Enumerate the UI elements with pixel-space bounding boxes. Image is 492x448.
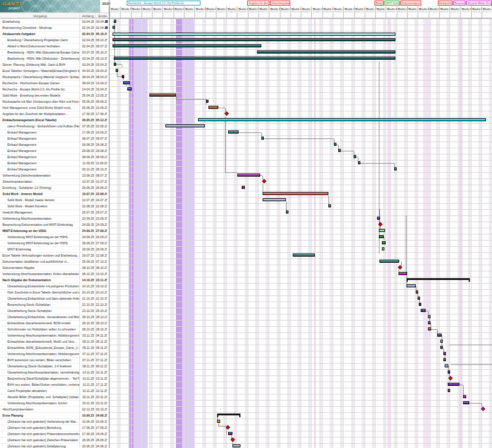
task-bar[interactable] — [399, 272, 407, 275]
task-bar[interactable] — [114, 57, 395, 60]
task-bar[interactable] — [263, 198, 286, 201]
table-row[interactable]: Besprechung Steck/Schaltplan abgenommen,… — [0, 375, 109, 382]
table-row[interactable]: Vorbereitung Abschlusspräsentation, Abbi… — [0, 351, 109, 357]
table-row[interactable]: Solid Work - Inneres Modell10.07.2522.08… — [0, 191, 109, 197]
task-bar[interactable] — [263, 192, 328, 195]
week-header-cell[interactable]: Woche 4717.11.25 — [460, 6, 470, 18]
table-row[interactable]: Solid Work - Modell zweite Version10.07.… — [0, 197, 109, 203]
table-row[interactable]: Solid Work - Modell Korrektur22.08.2522.… — [0, 203, 109, 209]
table-row[interactable]: Einarbeitung03.04.2503.04.25 — [0, 18, 109, 25]
table-row[interactable]: (Zeitraum hat sich geändert) Bestellung1… — [0, 425, 109, 431]
task-bar[interactable] — [382, 241, 386, 244]
week-header-cell[interactable]: Woche 4427.10.25 — [429, 6, 439, 18]
task-bar[interactable] — [448, 370, 450, 374]
table-row[interactable]: Einkauf Management09.07.2509.07.25 — [0, 135, 109, 142]
task-bar[interactable] — [407, 284, 416, 287]
week-header-cell[interactable]: Woche 2516.06.25 — [226, 6, 237, 18]
task-bar[interactable] — [338, 149, 341, 152]
table-row[interactable]: Zwischenpräsentation10.07.2510.07.25 — [0, 178, 109, 185]
table-row[interactable]: Einkauf Management05.10.2505.10.25 — [0, 166, 109, 172]
task-bar[interactable] — [206, 100, 208, 103]
table-row[interactable]: (Zeitraum hat sich geändert) Zwischen-Pr… — [0, 437, 109, 443]
week-header-cell[interactable]: Woche 3418.08.25 — [322, 6, 333, 18]
table-row[interactable]: Vorbereitung Abschlusspräsentation, Abbi… — [0, 332, 109, 338]
table-row[interactable]: Ablauf in Word Dokumenten festhalten02.0… — [0, 43, 109, 49]
week-header-cell[interactable]: Woche 3601.09.25 — [343, 6, 354, 18]
week-header-cell[interactable]: Woche 4029.09.25 — [386, 6, 396, 18]
task-bar[interactable] — [122, 75, 124, 78]
table-row[interactable]: Vorbereitung Abschlusspräsentation23.09.… — [0, 215, 109, 222]
week-header-cell[interactable]: Woche 1905.05.25 — [162, 6, 173, 18]
task-bar[interactable] — [379, 235, 384, 238]
table-row[interactable]: BVH neu sortiert, Bilder/Ordner verschob… — [0, 382, 109, 388]
week-header-cell[interactable]: Woche 1721.04.25 — [141, 6, 152, 18]
table-row[interactable]: Einkauf Management29.08.2529.08.25 — [0, 148, 109, 154]
table-row[interactable]: Brainstorming Checkliste - Mindmap02.04.… — [0, 25, 109, 31]
week-header-cell[interactable]: Woche 4610.11.25 — [450, 6, 460, 18]
table-row[interactable]: MINT-Erlebnistag an der HSHL24.09.2527.0… — [0, 228, 109, 234]
task-bar[interactable] — [149, 94, 176, 97]
task-bar[interactable] — [232, 444, 240, 447]
column-header-anfang[interactable]: Anfang — [80, 12, 96, 18]
table-row[interactable]: Excel Tabellen Vorsteigern / Material(Ei… — [0, 68, 109, 74]
week-header-cell[interactable]: Woche 4106.10.25 — [397, 6, 407, 18]
table-row[interactable]: Holz Zuschnitte in Excel Tabelle übersic… — [0, 289, 109, 295]
week-header-cell[interactable]: Woche 4824.11.25 — [471, 6, 482, 18]
table-row[interactable]: Einkaufsliste überarbeitet/erstellt, BOM… — [0, 320, 109, 326]
summary-bracket[interactable] — [217, 414, 240, 415]
week-header-cell[interactable]: Woche 1431.03.25 — [109, 6, 120, 18]
table-row[interactable]: Überarbeitung Steck-/Schaltplan23.10.252… — [0, 308, 109, 314]
task-bar[interactable] — [418, 297, 420, 300]
table-row[interactable]: Angebot für den Zuschnitt der Multiplexp… — [0, 111, 109, 117]
table-row[interactable]: Überarbeitung Abschlusspräsentation, ver… — [0, 369, 109, 375]
table-row[interactable]: Erstellung / Überarbeitung Projektplan G… — [0, 37, 109, 43]
task-bar[interactable] — [165, 124, 205, 127]
task-bar[interactable] — [379, 260, 399, 263]
task-bar[interactable] — [448, 383, 459, 386]
table-row[interactable]: Solid Work - Erstellung des ersten Model… — [0, 92, 109, 98]
week-header-cell[interactable]: Woche 2226.05.25 — [194, 6, 205, 18]
task-bar[interactable] — [440, 340, 443, 343]
week-header-cell[interactable]: Woche 4901.12.25 — [482, 6, 492, 18]
week-header-cell[interactable]: Woche 3525.08.25 — [333, 6, 343, 18]
table-row[interactable]: (Zeitraum hat sich geändert) Präsentatio… — [0, 431, 109, 437]
summary-bracket[interactable] — [407, 278, 470, 280]
task-bar[interactable] — [127, 87, 132, 90]
week-header-cell[interactable]: Woche 1614.04.25 — [131, 6, 141, 18]
task-bar[interactable] — [463, 401, 469, 404]
table-row[interactable]: Bearbeitung - HSHL Wiki (Diskussion - Ze… — [0, 55, 109, 62]
task-bar[interactable] — [382, 247, 384, 250]
table-row[interactable]: Gantt Projektplan aktualisiert10.11.2510… — [0, 388, 109, 394]
task-bar[interactable] — [113, 33, 395, 36]
table-row[interactable]: (wenn Preisfindung) - Einkaufslisten und… — [0, 123, 109, 129]
task-bar[interactable] — [257, 50, 395, 54]
table-row[interactable]: Recherche - Hochschulen Escape Games09.0… — [0, 80, 109, 86]
task-bar[interactable] — [448, 389, 450, 392]
task-bar[interactable] — [113, 38, 395, 41]
task-bar[interactable] — [228, 130, 239, 134]
week-header-cell[interactable]: Woche 2914.07.25 — [269, 6, 279, 18]
week-header-cell[interactable]: Woche 2730.06.25 — [248, 6, 258, 18]
table-row[interactable]: Rücksprache mit Max (Vorlesungen über Ho… — [0, 98, 109, 105]
table-row[interactable]: Einkauf Management17.06.2523.06.25 — [0, 129, 109, 135]
task-bar[interactable] — [114, 20, 116, 23]
table-row[interactable]: Gewicht Management25.07.2525.07.25 — [0, 209, 109, 215]
table-row[interactable]: BVH textension neu sortiert, Bilder vers… — [0, 357, 109, 363]
week-header-cell[interactable]: Woche 3204.08.25 — [301, 6, 311, 18]
task-bar[interactable] — [123, 81, 130, 84]
table-row[interactable]: Vorbereitung Abschlusspräsentation, Foli… — [0, 271, 109, 277]
week-header-cell[interactable]: Woche 3128.07.25 — [290, 6, 301, 18]
table-row[interactable]: Einkaufsmanagement (Excel Tabelle)26.05.… — [0, 117, 109, 123]
table-row[interactable]: Einkauf Management26.08.2526.08.25 — [0, 142, 109, 148]
task-bar[interactable] — [208, 106, 218, 109]
week-header-cell[interactable]: Woche 2302.06.25 — [205, 6, 216, 18]
task-bar[interactable] — [358, 161, 360, 164]
week-header-cell[interactable]: Woche 1507.04.25 — [120, 6, 130, 18]
table-row[interactable]: Aktuelle Bilder (Projektplan, evtl. Scha… — [0, 394, 109, 400]
task-bar[interactable] — [377, 217, 380, 220]
task-bar[interactable] — [445, 364, 448, 367]
task-bar[interactable] — [428, 327, 431, 330]
task-bar[interactable] — [286, 210, 288, 214]
week-header-cell[interactable]: Woche 4320.10.25 — [418, 6, 428, 18]
task-bar[interactable] — [113, 44, 261, 47]
